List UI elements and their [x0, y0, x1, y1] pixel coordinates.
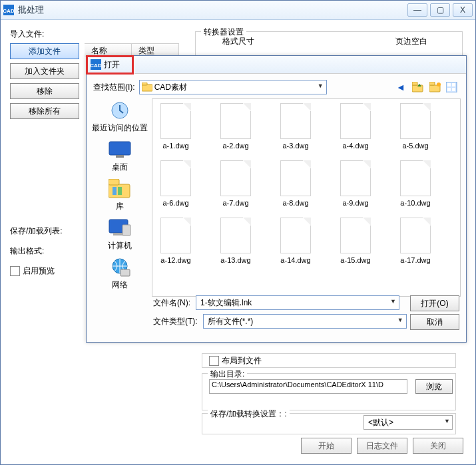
file-item[interactable]: a-2.dwg [215, 103, 256, 150]
file-item[interactable]: a-1.dwg [155, 103, 196, 150]
svg-rect-21 [109, 179, 119, 185]
filetype-select[interactable]: 所有文件(*.*) [203, 314, 407, 329]
place-network[interactable]: 网络 [91, 257, 149, 291]
lookin-label: 查找范围(I): [93, 82, 135, 93]
svg-rect-22 [113, 187, 117, 195]
maximize-button[interactable]: ▢ [430, 3, 450, 17]
file-item[interactable]: a-15.dwg [335, 218, 376, 264]
file-item[interactable]: a-8.dwg [275, 160, 316, 207]
new-folder-icon[interactable] [429, 80, 442, 94]
layout-to-file-checkbox[interactable] [209, 356, 219, 366]
filetype-label: 文件类型(T): [153, 316, 198, 327]
place-recent[interactable]: 最近访问的位置 [91, 100, 149, 134]
main-window: CAD 批处理 — ▢ X 导入文件: 添加文件 加入文件夹 移除 移除所有 名… [0, 0, 476, 465]
file-icon [160, 103, 191, 139]
file-name: a-7.dwg [215, 199, 256, 207]
file-name: a-1.dwg [155, 142, 196, 150]
up-icon[interactable] [411, 80, 425, 94]
place-library[interactable]: 库 [91, 178, 149, 212]
log-file-button[interactable]: 日志文件 [357, 438, 407, 454]
file-icon [400, 160, 431, 196]
output-dir-group: 输出目录: C:\Users\Administrator\Documents\C… [202, 373, 456, 410]
add-file-button[interactable]: 添加文件 [10, 43, 79, 59]
file-icon [280, 160, 311, 196]
browse-button[interactable]: 浏览 [415, 379, 453, 394]
output-dir-path[interactable]: C:\Users\Administrator\Documents\CADEdit… [209, 379, 407, 394]
file-name: a-10.dwg [395, 199, 436, 207]
lookin-row: 查找范围(I): CAD素材 ◄ ▼ [93, 80, 459, 94]
file-item[interactable]: a-10.dwg [395, 160, 436, 207]
file-item[interactable]: a-17.dwg [395, 218, 436, 264]
cancel-button[interactable]: 取消 [410, 314, 459, 330]
svg-rect-7 [412, 82, 417, 85]
file-icon [220, 218, 251, 253]
svg-text:CAD: CAD [3, 8, 14, 14]
file-item[interactable]: a-9.dwg [335, 160, 376, 207]
svg-rect-18 [109, 142, 130, 155]
svg-rect-28 [120, 269, 130, 276]
enable-preview[interactable]: 启用预览 [10, 265, 55, 277]
app-icon: CAD [91, 59, 101, 70]
svg-rect-23 [118, 187, 122, 195]
file-name: a-2.dwg [215, 142, 256, 150]
settings-select[interactable]: <默认> [363, 415, 453, 430]
computer-icon [107, 218, 132, 239]
file-name: a-12.dwg [155, 256, 196, 264]
save-load-list-label: 保存/加载列表: [10, 226, 63, 237]
file-icon [280, 218, 311, 253]
file-icon [160, 160, 191, 196]
file-item[interactable]: a-5.dwg [395, 103, 436, 150]
remove-all-button[interactable]: 移除所有 [10, 103, 79, 119]
svg-rect-14 [447, 88, 451, 91]
output-dir-label: 输出目录: [208, 369, 247, 380]
file-item[interactable]: a-6.dwg [155, 160, 196, 207]
place-computer[interactable]: 计算机 [91, 218, 149, 251]
open-dialog: CAD 打开 查找范围(I): CAD素材 ◄ ▼ [86, 55, 467, 343]
lookin-combo[interactable]: CAD素材 [139, 80, 327, 94]
window-title: 批处理 [18, 4, 407, 16]
file-name: a-6.dwg [155, 199, 196, 207]
open-dialog-title: 打开 [104, 59, 120, 71]
file-name: a-8.dwg [275, 199, 316, 207]
open-button[interactable]: 打开(O) [410, 295, 459, 311]
view-menu-icon[interactable]: ▼ [446, 80, 459, 94]
recent-icon [107, 100, 132, 121]
file-item[interactable]: a-12.dwg [155, 218, 196, 264]
file-name: a-14.dwg [275, 256, 316, 264]
enable-preview-checkbox[interactable] [10, 266, 20, 276]
network-icon [107, 257, 132, 278]
close-button[interactable]: 关闭 [413, 438, 463, 454]
file-item[interactable]: a-14.dwg [275, 218, 316, 264]
file-area[interactable]: a-1.dwga-2.dwga-3.dwga-4.dwga-5.dwga-6.d… [152, 98, 461, 297]
back-icon[interactable]: ◄ [394, 80, 407, 94]
file-name: a-13.dwg [215, 256, 256, 264]
filename-input[interactable]: 1-软文编辑.lnk [196, 295, 399, 310]
format-size-label: 格式尺寸 [222, 36, 254, 47]
close-window-button[interactable]: X [453, 3, 473, 17]
layout-to-file-group: 布局到文件 [202, 353, 456, 368]
start-button[interactable]: 开始 [301, 438, 352, 454]
place-desktop[interactable]: 桌面 [91, 139, 149, 173]
output-format-label: 输出格式: [10, 245, 44, 257]
file-icon [400, 218, 431, 253]
file-item[interactable]: a-4.dwg [335, 103, 376, 150]
svg-text:CAD: CAD [91, 63, 101, 69]
app-icon: CAD [3, 5, 14, 15]
file-item[interactable]: a-7.dwg [215, 160, 256, 207]
minimize-button[interactable]: — [407, 3, 427, 17]
add-folder-button[interactable]: 加入文件夹 [10, 63, 79, 79]
file-icon [220, 160, 251, 196]
remove-button[interactable]: 移除 [10, 83, 79, 99]
titlebar: CAD 批处理 — ▢ X [1, 1, 475, 20]
file-name: a-9.dwg [335, 199, 376, 207]
svg-rect-12 [447, 83, 451, 86]
file-item[interactable]: a-3.dwg [275, 103, 316, 150]
file-icon [400, 103, 431, 139]
file-name: a-4.dwg [335, 142, 376, 150]
svg-text:▼: ▼ [459, 85, 459, 91]
file-icon [160, 218, 191, 253]
margin-label: 页边空白 [395, 36, 427, 47]
desktop-icon [107, 139, 132, 160]
file-item[interactable]: a-13.dwg [215, 218, 256, 264]
svg-rect-5 [142, 82, 147, 85]
